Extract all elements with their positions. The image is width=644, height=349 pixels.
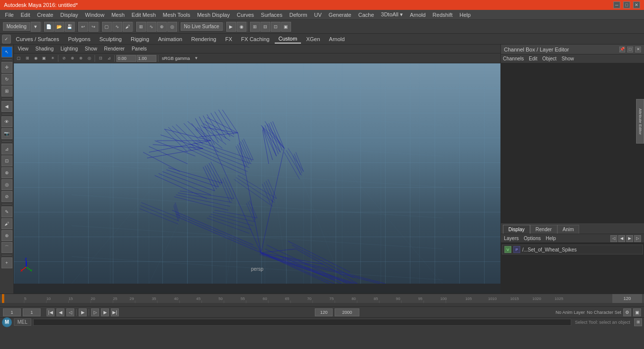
lp-icon-2[interactable]: ◀ (618, 235, 625, 242)
menu-display[interactable]: Display (57, 11, 81, 18)
menu-edit-mesh[interactable]: Edit Mesh (129, 11, 159, 18)
channel-box-float-btn[interactable]: □ (627, 47, 633, 52)
camera-button[interactable]: 📷 (1, 128, 12, 139)
maximize-button[interactable]: □ (623, 1, 630, 8)
viewport-menu-view[interactable]: View (16, 46, 31, 51)
color-space-label[interactable]: sRGB gamma (160, 56, 192, 61)
timeline-ruler[interactable]: 5 10 15 20 25 29 35 40 45 50 55 60 65 70 (0, 294, 644, 303)
ipr-button[interactable]: ◉ (237, 22, 247, 32)
menu-file[interactable]: File (2, 11, 17, 18)
viewport-canvas[interactable]: X Y Z persp (14, 63, 500, 284)
component-2[interactable]: ⊡ (1, 155, 12, 166)
shelf-custom[interactable]: Custom (275, 35, 301, 44)
layout-1[interactable]: ⊞ (250, 22, 260, 32)
mel-input[interactable] (33, 319, 571, 326)
viewport-menu-renderer[interactable]: Renderer (102, 46, 127, 51)
render-button[interactable]: ▶ (226, 22, 236, 32)
menu-3dtoall[interactable]: 3DtoAll ▾ (378, 11, 406, 18)
menu-help[interactable]: Help (456, 11, 474, 18)
vp-value-2-input[interactable] (137, 55, 156, 62)
snap-point-button[interactable]: ⊕ (157, 22, 167, 32)
shelf-rigging[interactable]: Rigging (127, 35, 153, 43)
menu-curves[interactable]: Curves (234, 11, 257, 18)
snap-curve-button[interactable]: ∿ (147, 22, 156, 32)
channel-box-pin-btn[interactable]: 📌 (619, 47, 625, 52)
shelf-xgen[interactable]: XGen (302, 35, 324, 43)
shelf-animation[interactable]: Animation (154, 35, 186, 43)
menu-edit[interactable]: Edit (18, 11, 33, 18)
play-btn[interactable]: ▶ (79, 308, 87, 316)
cb-menu-channels[interactable]: Channels (503, 56, 524, 61)
lp-menu-options[interactable]: Options (524, 236, 541, 241)
select-tool-button[interactable]: ↖ (1, 47, 12, 57)
anim-settings-btn[interactable]: ⚙ (623, 308, 631, 316)
cluster-button[interactable]: ⊛ (1, 230, 12, 241)
viewport-menu-show[interactable]: Show (83, 46, 99, 51)
component-1[interactable]: ⊿ (1, 144, 12, 154)
channel-box-close-btn[interactable]: ✕ (635, 47, 641, 52)
go-to-start-btn[interactable]: |◀ (47, 308, 54, 316)
close-button[interactable]: ✕ (633, 1, 640, 8)
shelf-curves-surfaces[interactable]: Curves / Surfaces (12, 35, 63, 43)
viewport-menu-panels[interactable]: Panels (130, 46, 149, 51)
snap-grid-button[interactable]: ⊞ (136, 22, 146, 32)
tab-render[interactable]: Render (530, 225, 557, 234)
layer-reference-btn[interactable]: P (513, 246, 520, 253)
layer-visibility-btn[interactable]: V (504, 246, 511, 253)
shelf-fx-caching[interactable]: FX Caching (237, 35, 273, 43)
attribute-editor-tab[interactable]: Attribute Editor (636, 99, 644, 144)
next-key-btn[interactable]: ▷ (91, 308, 99, 316)
vp-shading-2[interactable]: ⊕ (68, 54, 76, 62)
menu-mesh-display[interactable]: Mesh Display (194, 11, 233, 18)
vp-isolate-btn[interactable]: ⊡ (97, 54, 104, 62)
shelf-rendering[interactable]: Rendering (187, 35, 220, 43)
layout-4[interactable]: ▣ (281, 22, 291, 32)
script-editor-btn[interactable]: ⊞ (634, 318, 642, 326)
lp-menu-help[interactable]: Help (545, 236, 556, 241)
menu-cache[interactable]: Cache (355, 11, 377, 18)
lp-icon-4[interactable]: ▷ (634, 235, 641, 242)
prev-frame-btn[interactable]: ◀ (56, 308, 64, 316)
vp-texture-btn[interactable]: ▣ (40, 54, 48, 62)
next-frame-btn[interactable]: ▶ (101, 308, 109, 316)
menu-mesh[interactable]: Mesh (108, 11, 128, 18)
menu-arnold[interactable]: Arnold (407, 11, 429, 18)
menu-mesh-tools[interactable]: Mesh Tools (160, 11, 193, 18)
shelf-fx[interactable]: FX (221, 35, 236, 43)
range-end-input[interactable] (315, 308, 333, 316)
shelf-sculpting[interactable]: Sculpting (96, 35, 126, 43)
vp-smooth-btn[interactable]: ◉ (32, 54, 40, 62)
live-surface-label[interactable]: No Live Surface (181, 22, 223, 31)
lp-menu-layers[interactable]: Layers (504, 236, 519, 241)
minimize-button[interactable]: ─ (613, 1, 620, 8)
cb-menu-object[interactable]: Object (543, 56, 557, 61)
move-tool-button[interactable]: ✛ (1, 62, 12, 73)
component-3[interactable]: ⊕ (1, 167, 12, 178)
vp-value-1-input[interactable] (116, 55, 136, 62)
show-hide-button[interactable]: 👁 (1, 116, 12, 127)
lasso-select-button[interactable]: ∿ (112, 22, 122, 32)
viewport[interactable]: View Shading Lighting Show Renderer Pane… (14, 45, 500, 294)
extra-button[interactable]: + (1, 257, 12, 268)
viewport-menu-shading[interactable]: Shading (34, 46, 56, 51)
select-mode-button[interactable]: ▢ (102, 22, 112, 32)
new-scene-button[interactable]: 📄 (44, 22, 54, 32)
vp-camera-speed[interactable]: ◎ (85, 54, 93, 62)
tab-display[interactable]: Display (503, 225, 530, 234)
component-5[interactable]: ⊘ (1, 191, 12, 202)
shelf-polygons[interactable]: Polygons (64, 35, 94, 43)
layout-2[interactable]: ⊟ (260, 22, 270, 32)
workspace-dropdown[interactable]: Modeling (3, 22, 30, 31)
menu-window[interactable]: Window (82, 11, 107, 18)
current-frame-input[interactable] (3, 308, 21, 316)
vp-resolution-btn[interactable]: ⊿ (105, 54, 113, 62)
last-tool-button[interactable]: ◀ (1, 101, 12, 112)
sculpt-button[interactable]: ✎ (1, 206, 12, 217)
rotate-tool-button[interactable]: ↻ (1, 74, 12, 85)
mel-label[interactable]: MEL (14, 318, 31, 326)
workspace-arrow[interactable]: ▼ (31, 22, 41, 32)
lp-icon-3[interactable]: ▶ (626, 235, 633, 242)
open-scene-button[interactable]: 📂 (54, 22, 64, 32)
vp-wireframe-btn[interactable]: ⊞ (23, 54, 31, 62)
bend-button[interactable]: ⌒ (1, 242, 12, 253)
